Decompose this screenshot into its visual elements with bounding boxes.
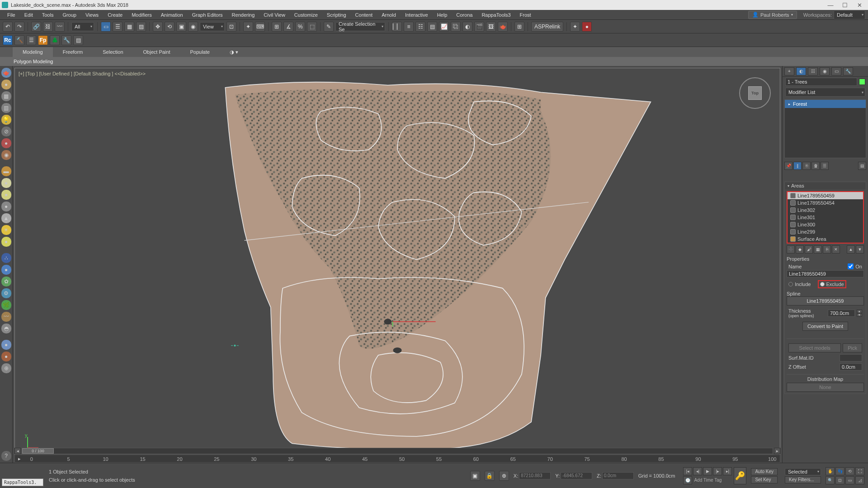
area-add-surf-button[interactable]: ▦ xyxy=(814,245,822,253)
snap-button[interactable]: ⊞ xyxy=(272,22,282,32)
zoom-all-button[interactable]: ⊡ xyxy=(835,476,844,484)
viewcube-face[interactable]: Top xyxy=(748,86,762,100)
convert-to-paint-button[interactable]: Convert to Paint xyxy=(802,322,848,331)
area-item-5[interactable]: Line299 xyxy=(788,228,863,235)
asprelink-button[interactable]: ASPRelink xyxy=(531,22,563,32)
area-add-paint-button[interactable]: 🖌 xyxy=(805,245,813,253)
area-add-object-button[interactable]: ◆ xyxy=(796,245,804,253)
area-item-4[interactable]: Line300 xyxy=(788,221,863,228)
spinner-snap-button[interactable]: ⬚ xyxy=(307,22,317,32)
menu-views[interactable]: Views xyxy=(81,10,103,19)
abs-rel-button[interactable]: ⊕ xyxy=(499,471,509,481)
rc-button[interactable]: Rc xyxy=(3,35,13,45)
minimize-button[interactable]: — xyxy=(824,1,837,9)
exclude-radio[interactable] xyxy=(820,282,825,286)
lt-teapot-icon[interactable]: 🫖 xyxy=(1,68,11,78)
area-item-3[interactable]: Line301 xyxy=(788,214,863,221)
ribbon-toggle-icon[interactable]: ◑ ▾ xyxy=(220,47,248,57)
next-frame-button[interactable]: |▸ xyxy=(713,467,722,475)
lt-branch-icon[interactable]: 〰 xyxy=(1,312,11,322)
undo-button[interactable]: ↶ xyxy=(3,22,13,32)
curve-editor-button[interactable]: 📈 xyxy=(439,22,449,32)
setkey-button[interactable]: Set Key xyxy=(751,476,778,483)
viewport[interactable]: [+] [Top ] [User Defined ] [Default Shad… xyxy=(14,68,780,461)
area-add-spline-button[interactable]: ➕ xyxy=(787,245,795,253)
menu-file[interactable]: File xyxy=(3,10,20,19)
area-delete-button[interactable]: ✕ xyxy=(832,245,840,253)
lt-light-icon[interactable]: 💡 xyxy=(1,115,11,125)
wrench-icon[interactable]: 🔧 xyxy=(61,35,71,45)
object-name-field[interactable] xyxy=(785,78,857,86)
user-account[interactable]: 👤Paul Roberts▾ xyxy=(748,11,797,19)
modifier-stack[interactable]: ▸Forest xyxy=(784,99,866,158)
axis-icon[interactable]: ✦ xyxy=(570,22,580,32)
goto-start-button[interactable]: |◂ xyxy=(683,467,692,475)
surfmat-field[interactable] xyxy=(840,354,862,361)
zoffset-field[interactable] xyxy=(840,363,862,371)
menu-arnold[interactable]: Arnold xyxy=(377,10,401,19)
add-time-tag[interactable]: Add Time Tag xyxy=(694,478,722,483)
menu-modifiers[interactable]: Modifiers xyxy=(127,10,156,19)
mirror-button[interactable]: ▏▏ xyxy=(392,22,402,32)
prev-frame-button[interactable]: ◂| xyxy=(693,467,702,475)
time-ruler[interactable]: ▸ 0 5 10 15 20 25 30 35 40 45 50 55 60 6… xyxy=(14,455,780,463)
lt-scatter1-icon[interactable]: ∴ xyxy=(1,253,11,263)
tab-utilities[interactable]: 🔧 xyxy=(843,67,853,75)
area-item-2[interactable]: Line302 xyxy=(788,206,863,214)
move-button[interactable]: ✥ xyxy=(153,22,163,32)
lt-leaf-icon[interactable]: ✿ xyxy=(1,277,11,286)
refcoord-dropdown[interactable]: View xyxy=(200,22,225,31)
z-field[interactable] xyxy=(602,472,634,479)
area-up-button[interactable]: ▲ xyxy=(847,245,855,253)
set-key-big-button[interactable]: 🔑 xyxy=(734,467,746,484)
lt-gear-icon[interactable]: ⚙ xyxy=(1,288,11,298)
ribbon-tab-modeling[interactable]: Modeling xyxy=(13,47,53,57)
window-crossing-button[interactable]: ▨ xyxy=(136,22,146,32)
menu-grapheditors[interactable]: Graph Editors xyxy=(188,10,227,19)
tree-icon[interactable]: 🌲 xyxy=(50,35,60,45)
track-toggle-icon[interactable]: ▸ xyxy=(15,456,24,462)
ribbon-tab-freeform[interactable]: Freeform xyxy=(53,47,93,57)
menu-group[interactable]: Group xyxy=(58,10,81,19)
ribbon-sub-label[interactable]: Polygon Modeling xyxy=(14,59,53,64)
spline-pick-button[interactable]: Line1789550459 xyxy=(787,296,864,305)
walk-button[interactable]: 👣 xyxy=(835,467,844,475)
fov-button[interactable]: ◿ xyxy=(855,476,864,484)
menu-frost[interactable]: Frost xyxy=(515,10,536,19)
lt-grid-icon[interactable]: ▦ xyxy=(1,91,11,101)
placement-button[interactable]: ◉ xyxy=(188,22,198,32)
named-sel-edit-button[interactable]: ✎ xyxy=(324,22,334,32)
include-radio[interactable] xyxy=(788,282,793,286)
rollout-areas-header[interactable]: ▾Areas xyxy=(785,182,866,189)
render-frame-button[interactable]: 🖼 xyxy=(486,22,496,32)
area-item-0[interactable]: Line1789550459 xyxy=(788,192,863,199)
lt-grid2-icon[interactable]: ▥ xyxy=(1,103,11,113)
keyboard-button[interactable]: ⌨ xyxy=(255,22,265,32)
maxview-button[interactable]: ⛶ xyxy=(855,467,864,475)
tab-create[interactable]: + xyxy=(784,67,794,75)
ribbon-tab-selection[interactable]: Selection xyxy=(93,47,133,57)
selection-filter[interactable]: All xyxy=(71,22,94,31)
maximize-button[interactable]: ☐ xyxy=(838,1,852,9)
lt-settings-icon[interactable]: ⊕ xyxy=(1,363,11,373)
toggle-ribbon-button[interactable]: ▤ xyxy=(427,22,437,32)
redo-button[interactable]: ↷ xyxy=(14,22,24,32)
menu-rappatools[interactable]: RappaTools3 xyxy=(477,10,515,19)
tab-hierarchy[interactable]: ☷ xyxy=(808,67,818,75)
time-prev-button[interactable]: ◂ xyxy=(14,448,21,454)
modifier-list-dropdown[interactable]: Modifier List xyxy=(785,88,865,97)
configure-sets-button[interactable]: ☰ xyxy=(821,162,829,170)
isolate-button[interactable]: ▣ xyxy=(470,471,480,481)
zoom-button[interactable]: 🔍 xyxy=(826,476,835,484)
schematic-button[interactable]: ⿻ xyxy=(451,22,461,32)
lt-sphere6-icon[interactable]: ● xyxy=(1,202,11,211)
lt-sphere2-icon[interactable]: ● xyxy=(1,138,11,148)
rotate-button[interactable]: ⟲ xyxy=(165,22,175,32)
selection-set-dropdown[interactable]: Create Selection Se xyxy=(335,22,385,31)
list-icon[interactable]: ☰ xyxy=(26,35,36,45)
thickness-spinner-up[interactable]: ▴ xyxy=(857,310,862,313)
goto-end-button[interactable]: ▸| xyxy=(723,467,732,475)
menu-tools[interactable]: Tools xyxy=(38,10,58,19)
lt-cone-icon[interactable]: ▲ xyxy=(1,213,11,223)
render-button[interactable]: 🫖 xyxy=(498,22,508,32)
